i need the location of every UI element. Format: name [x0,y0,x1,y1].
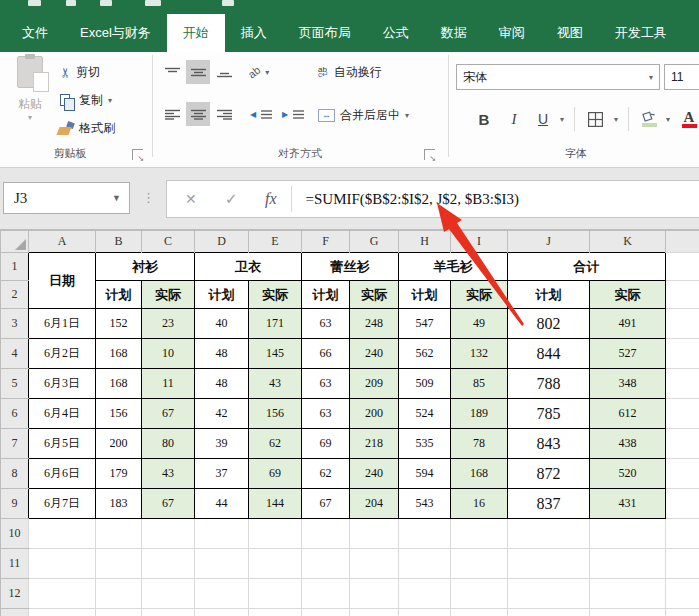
cell-E3[interactable]: 171 [249,309,302,339]
cell-G2[interactable]: 实际 [350,281,399,309]
cell-C6[interactable]: 67 [142,399,195,429]
tab-4[interactable]: 页面布局 [283,14,367,52]
cell-F8[interactable]: 62 [302,459,350,489]
cell-group-1[interactable]: 衬衫 [96,253,195,281]
cell-E8[interactable]: 69 [249,459,302,489]
cell-L4[interactable] [666,339,699,369]
cell-L11[interactable] [590,549,666,579]
cell-J7[interactable]: 843 [508,429,590,459]
paste-button[interactable]: 粘贴 ▾ [8,56,52,122]
copy-button[interactable]: 复制 ▾ [60,89,112,111]
cell-group-5[interactable]: 合计 [508,253,666,281]
cell-F6[interactable]: 63 [302,399,350,429]
cell-D11[interactable] [142,549,195,579]
cell-D5[interactable]: 48 [195,369,249,399]
font-name-combo[interactable]: 宋体 ▾ [456,64,660,90]
align-middle-button[interactable] [186,60,210,84]
align-center-button[interactable] [186,102,210,126]
col-header-H[interactable]: H [399,231,451,253]
tab-2[interactable]: 开始 [167,14,225,52]
cell-G10[interactable] [302,519,350,549]
select-all-corner[interactable] [1,231,29,253]
decrease-indent-button[interactable]: ◀ [250,103,272,125]
cell-C4[interactable]: 10 [142,339,195,369]
font-name-dropdown-icon[interactable]: ▾ [649,73,653,82]
row-header-9[interactable]: 9 [1,489,29,519]
increase-indent-button[interactable]: ▶ [282,103,304,125]
cell-B3[interactable]: 152 [96,309,142,339]
cell-group-3[interactable]: 蕾丝衫 [302,253,399,281]
cell-B5[interactable]: 168 [96,369,142,399]
cell-A4[interactable]: 6月2日 [29,339,96,369]
cell-E12[interactable] [195,579,249,609]
align-bottom-button[interactable] [212,60,236,84]
row-header-partial[interactable] [1,609,29,616]
cell-B7[interactable]: 200 [96,429,142,459]
cell-C7[interactable]: 80 [142,429,195,459]
cell-J5[interactable]: 788 [508,369,590,399]
copy-dropdown-icon[interactable]: ▾ [108,96,112,105]
cell-K9[interactable]: 431 [590,489,666,519]
cell-C2[interactable]: 实际 [142,281,195,309]
col-header-J[interactable]: J [508,231,590,253]
cell-J6[interactable]: 785 [508,399,590,429]
cell-L9[interactable] [666,489,699,519]
row-header-10[interactable]: 10 [1,519,29,549]
italic-button[interactable]: I [502,106,526,132]
insert-function-icon[interactable]: fx [265,190,277,208]
cell-F3[interactable]: 63 [302,309,350,339]
cell-J10[interactable] [451,519,508,549]
cancel-icon[interactable]: ✕ [185,191,197,207]
cell-G5[interactable]: 209 [350,369,399,399]
cell-F4[interactable]: 66 [302,339,350,369]
cell-B4[interactable]: 168 [96,339,142,369]
cell-F7[interactable]: 69 [302,429,350,459]
bold-button[interactable]: B [472,106,496,132]
col-header-A[interactable]: A [29,231,96,253]
cell-D8[interactable]: 37 [195,459,249,489]
paste-dropdown-icon[interactable]: ▾ [8,113,52,122]
cell-E9[interactable]: 144 [249,489,302,519]
align-left-button[interactable] [160,102,184,126]
cell-D7[interactable]: 39 [195,429,249,459]
merge-center-button[interactable]: ↔ 合并后居中 ▾ [318,104,409,126]
tab-1[interactable]: Excel与财务 [64,14,167,52]
cell-G12[interactable] [302,579,350,609]
cell-K12[interactable] [508,579,590,609]
qat-icon[interactable] [28,0,41,6]
row-header-12[interactable]: 12 [1,579,29,609]
cell-G7[interactable]: 218 [350,429,399,459]
col-header-I[interactable]: I [451,231,508,253]
cell-K10[interactable] [508,519,590,549]
cell-C10[interactable] [96,519,142,549]
cell-B12[interactable] [29,579,96,609]
cell-C8[interactable]: 43 [142,459,195,489]
cell-K2[interactable]: 实际 [590,281,666,309]
underline-button[interactable]: U [532,106,554,132]
name-box-dropdown-icon[interactable]: ▼ [112,193,121,203]
cell-G8[interactable]: 240 [350,459,399,489]
cell-F5[interactable]: 63 [302,369,350,399]
row-header-8[interactable]: 8 [1,459,29,489]
wrap-text-button[interactable]: abc↵ 自动换行 [318,61,382,83]
cell-A6[interactable]: 6月4日 [29,399,96,429]
format-painter-button[interactable]: 格式刷 [58,117,115,139]
cell-J3[interactable]: 802 [508,309,590,339]
cell-A3[interactable]: 6月1日 [29,309,96,339]
cell-B10[interactable] [29,519,96,549]
cell-partial[interactable] [302,609,350,616]
qat-icon[interactable] [145,0,161,6]
cell-G4[interactable]: 240 [350,339,399,369]
cell-C11[interactable] [96,549,142,579]
cell-group-2[interactable]: 卫衣 [195,253,302,281]
cell-I10[interactable] [399,519,451,549]
cell-K8[interactable]: 520 [590,459,666,489]
font-color-button[interactable]: A [678,106,699,132]
formula-text[interactable]: =SUMIF($B$2:$I$2, J$2, $B3:$I3) [306,191,519,208]
row-header-1[interactable]: 1 [1,253,29,281]
underline-dropdown-icon[interactable]: ▾ [556,106,568,132]
borders-dropdown-icon[interactable]: ▾ [610,106,622,132]
formula-input-area[interactable]: ✕ ✓ fx =SUMIF($B$2:$I$2, J$2, $B3:$I3) [166,180,699,218]
cell-A5[interactable]: 6月3日 [29,369,96,399]
cell-A7[interactable]: 6月5日 [29,429,96,459]
